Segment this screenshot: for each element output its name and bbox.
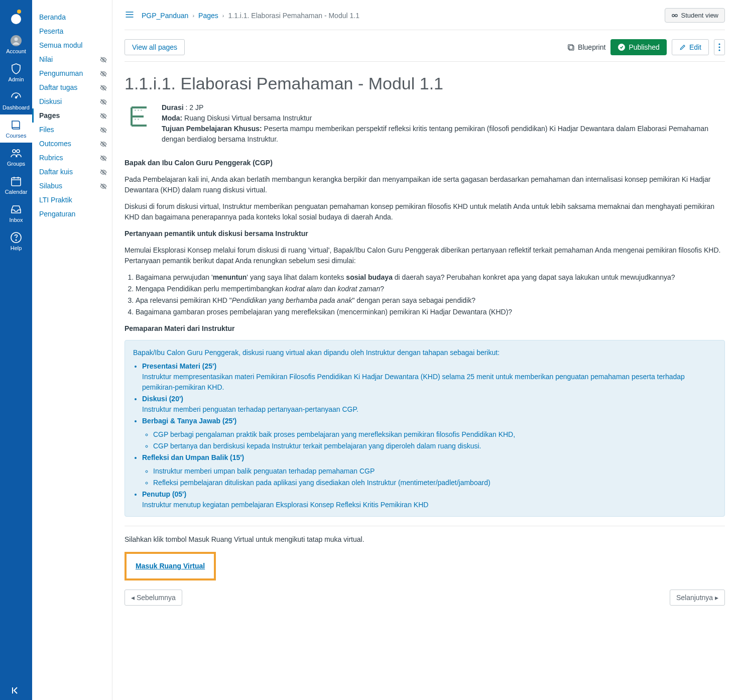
breadcrumb-pages[interactable]: Pages [198,12,218,20]
info-box: Bapak/Ibu Calon Guru Penggerak, diskusi … [125,340,725,517]
course-nav-beranda[interactable]: Beranda [32,10,112,24]
collapse-nav-icon[interactable] [11,686,21,696]
instruksi-text: Silahkan klik tombol Masuk Ruang Virtual… [125,534,725,545]
svg-point-27 [718,49,720,51]
groups-icon [10,147,23,160]
breadcrumb-course[interactable]: PGP_Panduan [142,12,188,20]
course-nav: Beranda Peserta Semua modul Nilai Pengum… [32,0,112,700]
nav-label: Dashboard [3,104,30,110]
course-nav-rubrics[interactable]: Rubrics [32,151,112,165]
svg-point-21 [675,14,677,17]
nav-dashboard[interactable]: Dashboard [0,86,32,114]
nav-label: Account [6,48,26,54]
topbar: PGP_Panduan › Pages › 1.1.i.1. Elaborasi… [125,0,725,30]
edit-button[interactable]: Edit [672,39,709,55]
hamburger-icon[interactable] [125,10,135,21]
svg-point-9 [16,240,17,241]
svg-rect-29 [135,109,136,111]
svg-rect-30 [138,109,139,111]
course-nav-lti-praktik[interactable]: LTI Praktik [32,193,112,207]
nav-groups[interactable]: Groups [0,143,32,171]
blueprint-button[interactable]: Blueprint [567,43,605,51]
course-nav-nilai[interactable]: Nilai [32,52,112,66]
hidden-icon [100,84,107,93]
nav-label: Courses [6,133,27,139]
course-nav-pages[interactable]: Pages [32,108,112,123]
masuk-ruang-virtual-link[interactable]: Masuk Ruang Virtual [136,562,205,570]
virtual-link-highlight: Masuk Ruang Virtual [125,552,216,580]
course-nav-peserta[interactable]: Peserta [32,24,112,38]
course-nav-silabus[interactable]: Silabus [32,179,112,193]
nav-label: Calendar [5,189,28,195]
hidden-icon [100,98,107,107]
svg-rect-7 [12,178,21,186]
nav-account[interactable]: Account [0,30,32,58]
view-all-pages-button[interactable]: View all pages [125,39,185,55]
pemantik-intro: Memulai Eksplorasi Konsep melalui forum … [125,245,725,266]
svg-rect-23 [569,46,574,50]
nav-admin[interactable]: Admin [0,58,32,86]
nav-calendar[interactable]: Calendar [0,171,32,199]
svg-rect-33 [138,119,139,120]
next-button[interactable]: Selanjutnya ▸ [670,590,725,606]
nav-inbox[interactable]: Inbox [0,199,32,227]
nav-label: Help [11,245,22,251]
prev-button[interactable]: ◂ Sebelumnya [125,590,182,606]
materi-heading: Pemaparan Materi dari Instruktur [125,324,234,332]
svg-point-6 [17,150,20,153]
hidden-icon [100,169,107,177]
course-nav-semua-modul[interactable]: Semua modul [32,38,112,52]
action-row: View all pages Blueprint Published Edit [125,30,725,62]
cgp-heading: Bapak dan Ibu Calon Guru Penggerak (CGP) [125,159,273,167]
app-logo [7,7,25,25]
calendar-icon [10,175,23,188]
main-content: PGP_Panduan › Pages › 1.1.i.1. Elaborasi… [112,0,737,700]
pemantik-heading: Pertanyaan pemantik untuk diskusi bersam… [125,229,308,238]
nav-courses[interactable]: Courses [0,114,32,143]
course-nav-pengumuman[interactable]: Pengumuman [32,66,112,80]
nav-label: Groups [7,161,25,167]
help-icon [10,231,23,244]
kebab-icon [718,43,720,51]
glasses-icon [671,12,678,19]
svg-point-0 [11,14,21,24]
course-nav-daftar-kuis[interactable]: Daftar kuis [32,165,112,179]
chevron-right-icon: › [222,13,224,19]
inbox-icon [10,203,23,216]
nav-help[interactable]: Help [0,227,32,255]
more-options-button[interactable] [714,39,725,55]
pemantik-list: Bagaimana perwujudan 'menuntun' yang say… [136,272,725,317]
divider [125,526,725,526]
global-nav: Account Admin Dashboard Courses Groups C… [0,0,32,700]
student-view-button[interactable]: Student view [665,8,725,23]
svg-rect-31 [141,109,142,111]
course-nav-pengaturan[interactable]: Pengaturan [32,207,112,221]
user-circle-icon [10,34,23,47]
pencil-icon [679,44,686,51]
check-circle-icon [618,43,626,51]
svg-point-1 [17,10,21,14]
hidden-icon [100,155,107,163]
intro-p2: Diskusi di forum diskusi virtual, Instru… [125,201,725,222]
hidden-icon [100,70,107,79]
published-button[interactable]: Published [610,39,667,55]
book-icon [10,119,23,132]
chevron-right-icon: › [192,13,194,19]
breadcrumb: PGP_Panduan › Pages › 1.1.i.1. Elaborasi… [125,10,359,21]
hidden-icon [100,112,107,121]
svg-point-26 [718,46,720,48]
svg-rect-32 [135,119,136,120]
course-nav-files[interactable]: Files [32,123,112,137]
nav-label: Inbox [10,217,23,223]
hidden-icon [100,56,107,65]
breadcrumb-current: 1.1.i.1. Elaborasi Pemahaman - Modul 1.1 [228,12,359,20]
shield-icon [10,62,23,75]
course-nav-daftar-tugas[interactable]: Daftar tugas [32,80,112,94]
hidden-icon [100,183,107,191]
blueprint-icon [567,43,575,51]
hidden-icon [100,127,107,135]
course-nav-outcomes[interactable]: Outcomes [32,137,112,151]
module-nav-footer: ◂ Sebelumnya Selanjutnya ▸ [125,590,725,606]
course-nav-diskusi[interactable]: Diskusi [32,94,112,108]
hidden-icon [100,141,107,149]
